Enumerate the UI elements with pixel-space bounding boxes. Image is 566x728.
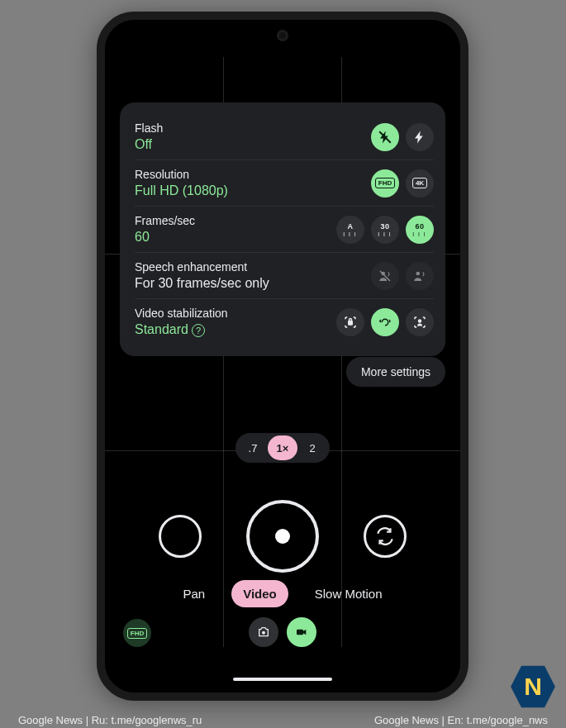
- resolution-fhd-button[interactable]: FHD: [371, 169, 399, 197]
- speech-title: Speech enhancement: [135, 260, 269, 274]
- photo-mode-button[interactable]: [249, 617, 278, 647]
- more-settings-button[interactable]: More settings: [346, 357, 445, 387]
- speech-value: For 30 frames/sec only: [135, 276, 269, 291]
- n-logo-icon: N: [510, 664, 556, 710]
- credit-left: Google News | Ru: t.me/googlenws_ru: [18, 714, 202, 726]
- speech-on-button[interactable]: [406, 262, 434, 290]
- capture-row: [105, 491, 460, 582]
- resolution-title: Resolution: [135, 168, 228, 181]
- svg-point-3: [416, 271, 421, 275]
- nav-handle[interactable]: [233, 678, 332, 681]
- zoom-2x[interactable]: 2: [297, 435, 327, 460]
- fps-title: Frames/sec: [135, 214, 195, 227]
- zoom-1x[interactable]: 1×: [268, 435, 297, 460]
- setting-row-resolution: Resolution Full HD (1080p) FHD 4K: [135, 159, 434, 206]
- mode-pan[interactable]: Pan: [172, 580, 217, 607]
- stab-locked-button[interactable]: [336, 308, 364, 336]
- svg-point-6: [262, 631, 265, 635]
- switch-camera-button[interactable]: [364, 515, 407, 558]
- svg-rect-7: [297, 630, 303, 635]
- stab-value: Standard?: [135, 322, 228, 337]
- setting-row-flash: Flash Off: [135, 114, 434, 159]
- flash-value: Off: [135, 137, 163, 152]
- resolution-badge[interactable]: FHD: [123, 619, 151, 647]
- setting-row-stabilization: Video stabilization Standard?: [135, 298, 434, 345]
- fps-auto-button[interactable]: A | | |: [336, 216, 364, 244]
- shutter-button[interactable]: [246, 500, 319, 573]
- stab-active-button[interactable]: [406, 308, 434, 336]
- svg-rect-4: [349, 321, 353, 325]
- mode-selector: Pan Video Slow Motion: [105, 580, 460, 607]
- record-dot-icon: [275, 529, 290, 544]
- quick-settings-panel: Flash Off Resolution Full HD (1080p): [120, 102, 445, 356]
- front-camera-hole: [277, 30, 288, 41]
- credit-right: Google News | En: t.me/google_nws: [374, 714, 548, 726]
- credit-bar: Google News | Ru: t.me/googlenws_ru Goog…: [0, 714, 566, 726]
- flash-on-button[interactable]: [406, 123, 434, 151]
- resolution-value: Full HD (1080p): [135, 183, 228, 198]
- svg-point-5: [419, 320, 421, 322]
- setting-row-speech: Speech enhancement For 30 frames/sec onl…: [135, 252, 434, 298]
- zoom-0-7x[interactable]: .7: [238, 435, 268, 460]
- resolution-4k-button[interactable]: 4K: [406, 169, 434, 197]
- help-icon[interactable]: ?: [192, 324, 205, 337]
- stab-standard-button[interactable]: [371, 308, 399, 336]
- gallery-thumbnail[interactable]: [159, 515, 202, 558]
- flash-off-button[interactable]: [371, 123, 399, 151]
- mode-video[interactable]: Video: [231, 580, 288, 607]
- camera-screen: Flash Off Resolution Full HD (1080p): [105, 20, 460, 692]
- flash-title: Flash: [135, 121, 163, 135]
- video-mode-button[interactable]: [287, 617, 316, 647]
- fps-30-button[interactable]: 30 | | |: [371, 216, 399, 244]
- setting-row-fps: Frames/sec 60 A | | | 30 | | |: [135, 206, 434, 252]
- fps-value: 60: [135, 230, 195, 245]
- stab-title: Video stabilization: [135, 307, 228, 320]
- channel-watermark: N: [510, 664, 556, 710]
- photo-video-toggle: [249, 617, 316, 647]
- fps-60-button[interactable]: 60 | | |: [406, 216, 434, 244]
- zoom-control: .7 1× 2: [235, 433, 330, 463]
- speech-off-button[interactable]: [371, 262, 399, 290]
- mode-slow-motion[interactable]: Slow Motion: [303, 580, 394, 607]
- phone-frame: Flash Off Resolution Full HD (1080p): [97, 12, 468, 701]
